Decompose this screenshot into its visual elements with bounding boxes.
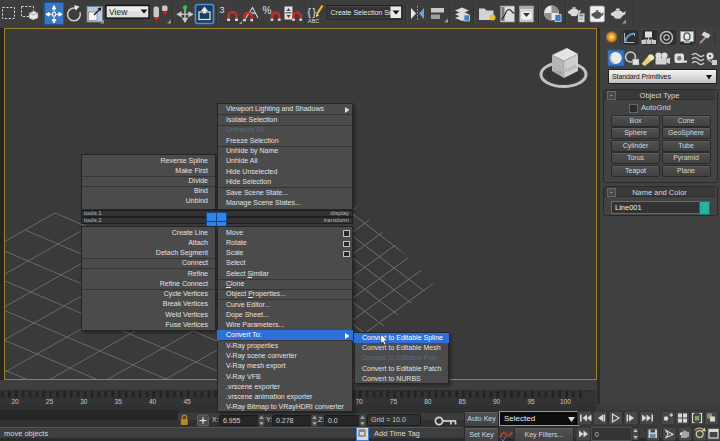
svg-text:85: 85 — [459, 398, 467, 405]
svg-text:80: 80 — [424, 398, 432, 405]
svg-text:40: 40 — [149, 398, 157, 405]
svg-text:45: 45 — [183, 398, 191, 405]
svg-text:20: 20 — [11, 398, 19, 405]
svg-text:70: 70 — [355, 398, 363, 405]
svg-text:25: 25 — [46, 398, 54, 405]
svg-text:30: 30 — [80, 398, 88, 405]
svg-text:100: 100 — [560, 398, 571, 405]
svg-text:90: 90 — [493, 398, 501, 405]
svg-text:95: 95 — [527, 398, 535, 405]
svg-text:0: 0 — [595, 430, 600, 439]
svg-text:75: 75 — [390, 398, 398, 405]
svg-text:35: 35 — [115, 398, 123, 405]
